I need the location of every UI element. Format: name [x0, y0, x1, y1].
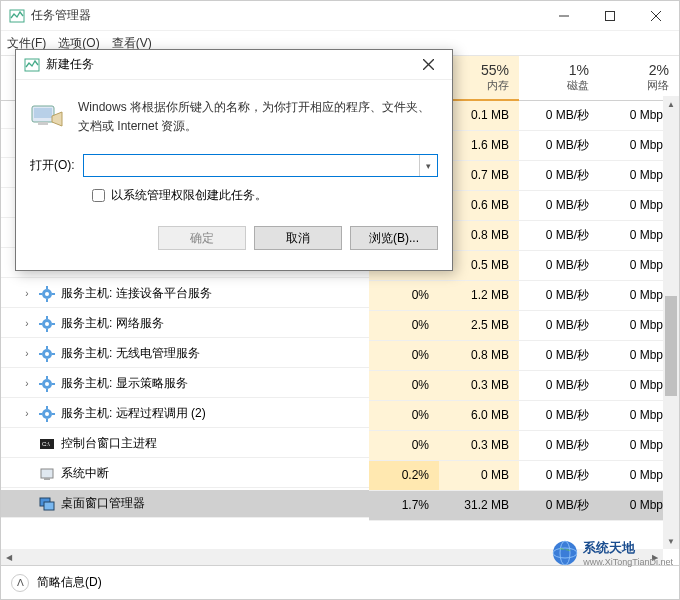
cell-mem: 1.2 MB	[439, 280, 519, 310]
chevron-up-icon: ᐱ	[17, 577, 24, 588]
process-icon: C:\	[39, 436, 55, 452]
svg-rect-49	[38, 122, 48, 125]
dialog-title: 新建任务	[46, 56, 412, 73]
process-name: 控制台窗口主进程	[61, 435, 157, 452]
cell-disk: 0 MB/秒	[519, 280, 599, 310]
process-icon	[39, 346, 55, 362]
process-name: 服务主机: 无线电管理服务	[61, 345, 200, 362]
cell-cpu: 0%	[369, 280, 439, 310]
svg-point-41	[553, 541, 577, 565]
cell-disk: 0 MB/秒	[519, 310, 599, 340]
expand-icon[interactable]: ›	[21, 408, 33, 419]
cell-disk: 0 MB/秒	[519, 370, 599, 400]
table-row[interactable]: ›服务主机: 网络服务0%2.5 MB0 MB/秒0 Mbps	[1, 310, 679, 340]
watermark-url: www.XiTongTianDi.net	[583, 557, 673, 567]
maximize-button[interactable]	[587, 1, 633, 31]
col-disk[interactable]: 1%磁盘	[519, 56, 599, 100]
open-combobox[interactable]: ▾	[83, 154, 438, 177]
cell-cpu: 0%	[369, 430, 439, 460]
cell-cpu: 0%	[369, 400, 439, 430]
open-label: 打开(O):	[30, 157, 75, 174]
titlebar: 任务管理器	[1, 1, 679, 31]
taskmgr-icon	[24, 57, 40, 73]
cell-mem: 31.2 MB	[439, 490, 519, 520]
expand-icon[interactable]: ›	[21, 378, 33, 389]
taskmgr-icon	[9, 8, 25, 24]
table-row[interactable]: ›服务主机: 远程过程调用 (2)0%6.0 MB0 MB/秒0 Mbps	[1, 400, 679, 430]
process-name: 服务主机: 网络服务	[61, 315, 164, 332]
scroll-left-icon[interactable]: ◀	[1, 549, 17, 565]
statusbar: ᐱ 简略信息(D)	[1, 565, 679, 599]
process-name: 服务主机: 连接设备平台服务	[61, 285, 212, 302]
svg-rect-37	[41, 469, 53, 478]
vertical-scrollbar[interactable]: ▲ ▼	[663, 96, 679, 549]
scroll-up-icon[interactable]: ▲	[663, 96, 679, 112]
fewer-details-toggle[interactable]: ᐱ	[11, 574, 29, 592]
admin-label: 以系统管理权限创建此任务。	[111, 187, 267, 204]
process-icon	[39, 286, 55, 302]
svg-text:C:\: C:\	[42, 441, 50, 447]
dialog-description: Windows 将根据你所键入的名称，为你打开相应的程序、文件夹、文档或 Int…	[78, 98, 438, 136]
svg-point-18	[45, 352, 49, 356]
browse-button[interactable]: 浏览(B)...	[350, 226, 438, 250]
window-title: 任务管理器	[31, 7, 541, 24]
expand-icon[interactable]: ›	[21, 348, 33, 359]
close-button[interactable]	[633, 1, 679, 31]
col-network[interactable]: 2%网络	[599, 56, 679, 100]
cell-cpu: 0%	[369, 340, 439, 370]
process-name: 服务主机: 显示策略服务	[61, 375, 188, 392]
cell-cpu: 1.7%	[369, 490, 439, 520]
cell-disk: 0 MB/秒	[519, 400, 599, 430]
cell-mem: 0.8 MB	[439, 340, 519, 370]
cell-disk: 0 MB/秒	[519, 460, 599, 490]
ok-button[interactable]: 确定	[158, 226, 246, 250]
watermark-title: 系统天地	[583, 539, 673, 557]
svg-point-24	[45, 382, 49, 386]
cell-disk: 0 MB/秒	[519, 100, 599, 130]
cell-mem: 0 MB	[439, 460, 519, 490]
table-row[interactable]: 系统中断0.2%0 MB0 MB/秒0 Mbps	[1, 460, 679, 490]
cell-mem: 0.3 MB	[439, 370, 519, 400]
table-row[interactable]: ›服务主机: 无线电管理服务0%0.8 MB0 MB/秒0 Mbps	[1, 340, 679, 370]
process-icon	[39, 406, 55, 422]
svg-rect-48	[34, 108, 52, 118]
cell-mem: 0.3 MB	[439, 430, 519, 460]
cell-mem: 6.0 MB	[439, 400, 519, 430]
admin-checkbox[interactable]	[92, 189, 105, 202]
process-icon	[39, 496, 55, 512]
cell-disk: 0 MB/秒	[519, 190, 599, 220]
watermark: 系统天地 www.XiTongTianDi.net	[551, 539, 673, 567]
table-row[interactable]: ›服务主机: 连接设备平台服务0%1.2 MB0 MB/秒0 Mbps	[1, 280, 679, 310]
process-icon	[39, 316, 55, 332]
svg-point-30	[45, 412, 49, 416]
fewer-details-label[interactable]: 简略信息(D)	[37, 574, 102, 591]
cell-disk: 0 MB/秒	[519, 430, 599, 460]
cancel-button[interactable]: 取消	[254, 226, 342, 250]
cell-cpu: 0%	[369, 310, 439, 340]
cell-cpu: 0.2%	[369, 460, 439, 490]
expand-icon[interactable]: ›	[21, 318, 33, 329]
process-name: 系统中断	[61, 465, 109, 482]
cell-disk: 0 MB/秒	[519, 490, 599, 520]
scroll-thumb[interactable]	[665, 296, 677, 396]
table-row[interactable]: C:\控制台窗口主进程0%0.3 MB0 MB/秒0 Mbps	[1, 430, 679, 460]
globe-icon	[551, 539, 579, 567]
svg-rect-40	[44, 502, 54, 510]
open-input[interactable]	[84, 155, 419, 176]
expand-icon[interactable]: ›	[21, 288, 33, 299]
process-icon	[39, 466, 55, 482]
cell-mem: 2.5 MB	[439, 310, 519, 340]
dropdown-icon[interactable]: ▾	[419, 155, 437, 176]
svg-point-12	[45, 322, 49, 326]
new-task-dialog: 新建任务 Windows 将根据你所键入的名称，为你打开相应的程序、文件夹、文档…	[15, 49, 453, 271]
cell-disk: 0 MB/秒	[519, 160, 599, 190]
table-row[interactable]: 桌面窗口管理器1.7%31.2 MB0 MB/秒0 Mbps	[1, 490, 679, 520]
process-name: 桌面窗口管理器	[61, 495, 145, 512]
process-name: 服务主机: 远程过程调用 (2)	[61, 405, 206, 422]
dialog-close-button[interactable]	[412, 53, 444, 77]
cell-disk: 0 MB/秒	[519, 250, 599, 280]
svg-rect-38	[44, 478, 50, 480]
minimize-button[interactable]	[541, 1, 587, 31]
cell-disk: 0 MB/秒	[519, 130, 599, 160]
table-row[interactable]: ›服务主机: 显示策略服务0%0.3 MB0 MB/秒0 Mbps	[1, 370, 679, 400]
